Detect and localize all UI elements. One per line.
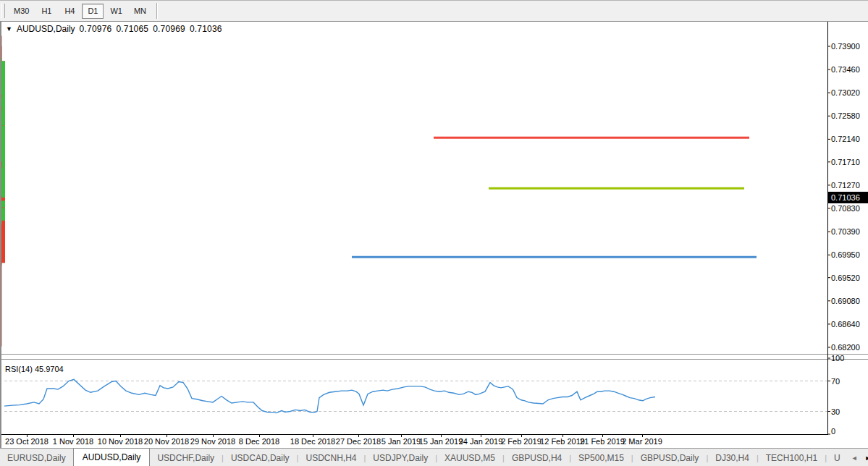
tab-scroll-right-icon[interactable]: ► — [861, 454, 868, 462]
price-tick-label: 0.72580 — [831, 111, 860, 120]
price-tick-label: 0.68200 — [831, 343, 860, 352]
chart-tab-xauusd-m5[interactable]: XAUUSD,M5 — [437, 450, 502, 466]
toolbar-grip-handle[interactable] — [1, 4, 5, 18]
price-chart-canvas[interactable]: 0.739000.734600.730200.725800.721400.717… — [1, 22, 868, 449]
chart-tab-eurusd-daily[interactable]: EURUSD,Daily — [0, 450, 73, 466]
timeframe-button-h1[interactable]: H1 — [35, 4, 57, 19]
date-tick-label: 20 Nov 2018 — [144, 437, 189, 446]
date-tick-label: 1 Nov 2018 — [53, 437, 93, 446]
chart-tab-bar: EURUSD,DailyAUDUSD,DailyUSDCHF,Daily|USD… — [0, 448, 868, 466]
timeframe-button-mn[interactable]: MN — [129, 4, 151, 19]
ohlc-close-value: 0.71036 — [190, 24, 222, 34]
date-tick-label: 2 Feb 2019 — [501, 437, 542, 446]
timeframe-button-h4[interactable]: H4 — [59, 4, 80, 19]
price-tick-label: 0.73460 — [831, 65, 860, 74]
chart-tab-audusd-daily[interactable]: AUDUSD,Daily — [73, 448, 151, 466]
chart-title: ▼ AUDUSD,Daily 0.70976 0.71065 0.70969 0… — [6, 24, 222, 34]
date-tick-label: 12 Feb 2019 — [540, 437, 585, 446]
chart-tab-dj30-h4[interactable]: DJ30,H4 — [708, 450, 757, 466]
rsi-line — [4, 379, 655, 412]
price-tick-label: 0.68640 — [831, 320, 860, 329]
price-tick-label: 0.70390 — [831, 227, 860, 236]
rsi-indicator-label: RSI(14) 45.9704 — [5, 365, 64, 373]
ohlc-high-value: 0.71065 — [116, 24, 148, 34]
date-tick-label: 8 Dec 2018 — [239, 437, 279, 446]
date-tick-label: 21 Feb 2019 — [580, 437, 625, 446]
price-tick-label: 0.73900 — [831, 42, 860, 51]
rsi-tick-label: 0 — [831, 427, 835, 436]
chart-tab-u[interactable]: U — [827, 450, 848, 466]
mt4-application-window: M30H1H4D1W1MN 0.739000.734600.730200.725… — [0, 0, 868, 466]
date-tick-label: 29 Nov 2018 — [190, 437, 235, 446]
time-scale[interactable]: 23 Oct 20181 Nov 201810 Nov 201820 Nov 2… — [5, 434, 662, 446]
axes — [1, 22, 828, 435]
timeframe-button-m30[interactable]: M30 — [9, 4, 34, 19]
date-tick-label: 10 Nov 2018 — [98, 437, 143, 446]
date-tick-label: 15 Jan 2019 — [419, 437, 463, 446]
chart-window[interactable]: 0.739000.734600.730200.725800.721400.717… — [0, 21, 868, 448]
current-price-badge: 0.71036 — [828, 192, 868, 203]
price-tick-label: 0.71710 — [831, 158, 860, 166]
date-tick-label: 2 Mar 2019 — [622, 437, 662, 446]
chart-symbol-label: AUDUSD,Daily — [17, 24, 75, 34]
chart-tab-gbpusd-h4[interactable]: GBPUSD,H4 — [505, 450, 569, 466]
price-tick-label: 0.69080 — [831, 297, 860, 305]
tab-scroll-left-icon[interactable]: ◄ — [848, 454, 861, 462]
chart-tab-usdchf-daily[interactable]: USDCHF,Daily — [150, 450, 222, 466]
date-tick-label: 18 Dec 2018 — [290, 437, 335, 446]
tab-scroll-arrows: ◄ ► — [848, 449, 868, 466]
symbol-dropdown-icon[interactable]: ▼ — [6, 25, 12, 33]
toolbar-separator — [156, 3, 158, 19]
support-resistance-lines — [352, 137, 757, 257]
candle — [1, 253, 5, 346]
date-tick-label: 5 Jan 2019 — [382, 437, 421, 446]
rsi-tick-label: 30 — [831, 407, 840, 416]
chart-tab-usdcad-daily[interactable]: USDCAD,Daily — [224, 450, 297, 466]
ohlc-open-value: 0.70976 — [80, 24, 112, 34]
current-price-value: 0.71036 — [831, 193, 860, 202]
price-tick-label: 0.72140 — [831, 135, 860, 143]
timeframe-button-w1[interactable]: W1 — [105, 4, 127, 19]
price-tick-label: 0.71270 — [831, 181, 860, 190]
timeframe-toolbar: M30H1H4D1W1MN — [0, 1, 868, 21]
rsi-tick-label: 70 — [831, 377, 840, 386]
date-tick-label: 24 Jan 2019 — [459, 437, 503, 446]
date-tick-label: 27 Dec 2018 — [336, 437, 381, 446]
price-tick-label: 0.69520 — [831, 274, 860, 282]
panel-splitter[interactable] — [1, 355, 868, 360]
rsi-level-lines — [4, 381, 827, 412]
price-tick-label: 0.70830 — [831, 204, 860, 213]
ohlc-low-value: 0.70969 — [153, 24, 185, 34]
chart-tab-usdjpy-daily[interactable]: USDJPY,Daily — [366, 450, 435, 466]
candles — [1, 35, 5, 346]
chart-tab-sp500-m15[interactable]: SP500,M15 — [571, 450, 631, 466]
rsi-scale[interactable]: 10070300 — [827, 354, 844, 436]
chart-tab-gbpusd-daily[interactable]: GBPUSD,Daily — [633, 450, 707, 466]
timeframe-button-d1[interactable]: D1 — [82, 4, 104, 19]
price-tick-label: 0.73020 — [831, 88, 860, 97]
date-tick-label: 23 Oct 2018 — [5, 437, 49, 446]
chart-tab-usdcnh-h4[interactable]: USDCNH,H4 — [298, 450, 363, 466]
rsi-tick-label: 100 — [831, 354, 844, 363]
chart-tab-tech100-h1[interactable]: TECH100,H1 — [759, 450, 825, 466]
price-tick-label: 0.69950 — [831, 250, 860, 259]
